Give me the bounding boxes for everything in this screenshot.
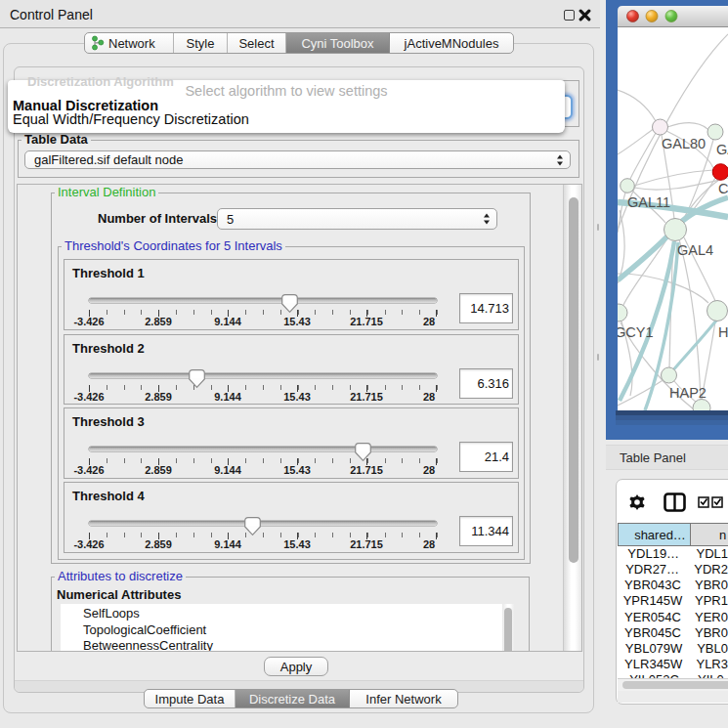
svg-text:GA: GA xyxy=(716,142,728,157)
svg-text:GAL80: GAL80 xyxy=(662,136,706,151)
svg-text:GAL4: GAL4 xyxy=(677,242,713,258)
svg-text:H: H xyxy=(718,324,728,340)
svg-text:GCY1: GCY1 xyxy=(615,324,654,340)
svg-text:GAL11: GAL11 xyxy=(627,194,670,210)
svg-text:HAP2: HAP2 xyxy=(669,385,707,401)
svg-text:C: C xyxy=(718,181,728,196)
